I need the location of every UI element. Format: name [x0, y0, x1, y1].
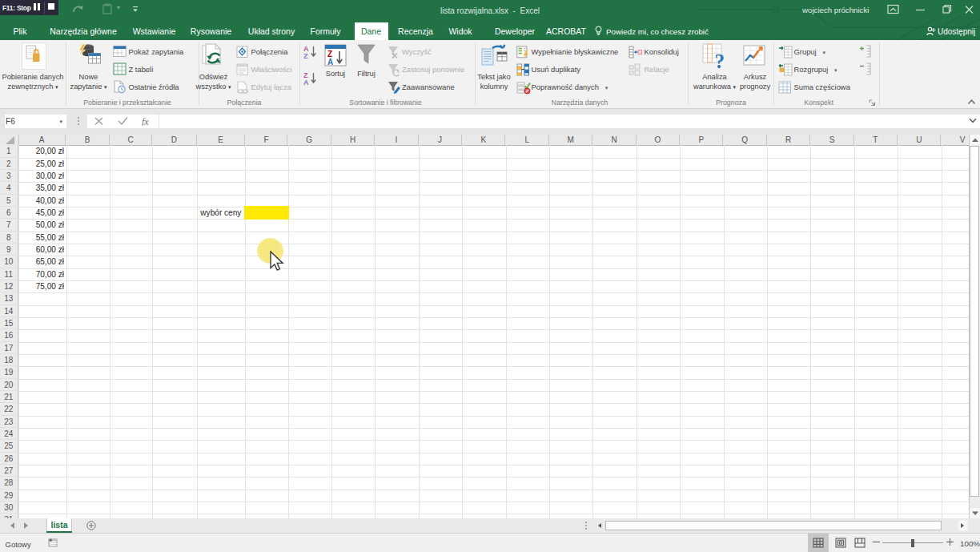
svg-text:A: A [327, 58, 333, 66]
svg-text:?: ? [715, 50, 725, 71]
svg-text:fx: fx [142, 116, 149, 126]
svg-text:A: A [303, 79, 309, 86]
svg-text:Z: Z [303, 52, 308, 59]
